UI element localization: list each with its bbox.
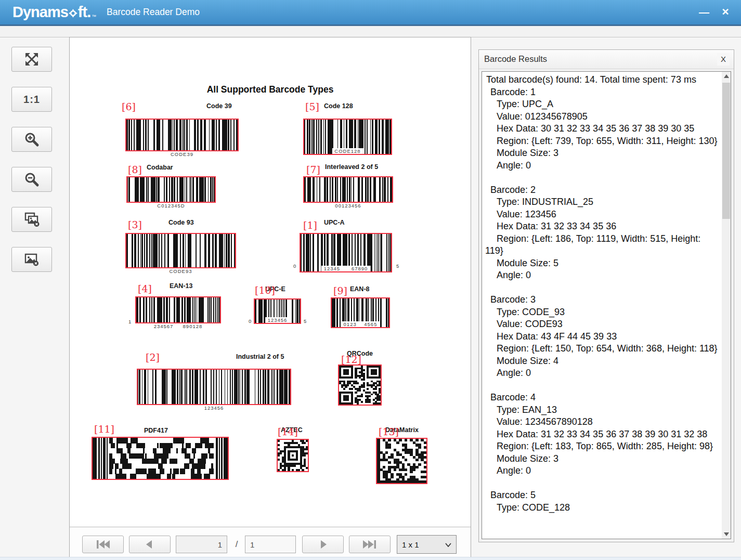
result-line: Type: EAN_13 (485, 404, 720, 416)
current-page-input[interactable] (176, 536, 227, 553)
pagination-bar: / 1 x 1 (70, 527, 471, 557)
result-line: Barcode: 1 (485, 86, 720, 99)
result-line (485, 380, 720, 392)
result-line: Value: CODE93 (485, 318, 720, 331)
logo-trademark: ™ (92, 14, 96, 19)
dynamsoft-logo: Dynams ft. ™ (12, 4, 96, 21)
page-layout-select[interactable]: 1 x 1 (397, 535, 457, 554)
barcode-side-digit: 0 (249, 318, 251, 324)
result-line: Hex Data: 43 4F 44 45 39 33 (485, 331, 720, 343)
scroll-down-button[interactable] (722, 530, 731, 539)
barcode-value-text: 123456 (137, 405, 291, 411)
barcode-value-text: CODE39 (125, 151, 239, 157)
document-canvas[interactable]: All Supported Barcode Types [6]Code 39CO… (70, 37, 471, 527)
barcode-number-label: [8] (128, 164, 142, 175)
barcode-type-title: EAN-8 (350, 285, 370, 293)
results-box: Total barcode(s) found: 14. Total time s… (482, 71, 731, 539)
barcode-region (338, 364, 382, 406)
window-bottom-edge (0, 557, 741, 560)
result-line: Type: CODE_128 (485, 502, 720, 514)
barcode-region (303, 176, 393, 203)
result-line: Value: 123456 (485, 209, 720, 221)
barcode-number-label: [7] (306, 164, 320, 175)
scroll-up-icon (723, 74, 730, 79)
barcode-type-title: Interleaved 2 of 5 (325, 163, 378, 171)
remove-all-images-button[interactable] (11, 207, 52, 232)
titlebar: Dynams ft. ™ Barcode Reader Demo — ✕ (0, 0, 741, 26)
barcode-number-label: [14] (278, 426, 298, 437)
minimize-button[interactable]: — (695, 4, 713, 20)
last-page-icon (362, 539, 378, 550)
remove-all-images-icon (23, 212, 40, 227)
logo-gear-o-icon (69, 9, 77, 18)
total-pages-input[interactable] (245, 536, 296, 553)
result-line: Barcode: 3 (485, 294, 720, 306)
barcode-number-label: [1] (303, 219, 317, 231)
barcode-side-digit: 5 (396, 263, 399, 269)
remove-image-button[interactable] (11, 247, 52, 272)
result-line: Total barcode(s) found: 14. Total time s… (485, 74, 720, 86)
previous-page-icon (144, 539, 155, 550)
expand-arrows-icon (24, 52, 39, 67)
logo-text-suffix: ft. (78, 4, 90, 21)
barcode-value-text: 0123 4565 (341, 321, 380, 327)
next-page-icon (317, 539, 329, 550)
barcode-value-text: C012345D (126, 203, 216, 209)
results-title: Barcode Results (484, 54, 547, 64)
zoom-in-button[interactable] (11, 127, 52, 152)
result-line: Region: {Left: 739, Top: 655, Width: 311… (485, 135, 720, 148)
app-title: Barcode Reader Demo (107, 7, 200, 18)
one-to-one-label: 1:1 (23, 94, 40, 106)
result-line: Barcode: 5 (485, 489, 720, 502)
barcode-region (135, 296, 221, 323)
barcode-side-digit: 5 (304, 318, 306, 324)
last-page-button[interactable] (349, 536, 391, 553)
barcode-number-label: [5] (305, 101, 319, 112)
result-line: Angle: 0 (485, 367, 720, 380)
toolbar-strip (0, 26, 741, 37)
results-close-button[interactable]: X (717, 53, 730, 66)
result-line (485, 172, 720, 184)
scroll-up-button[interactable] (722, 72, 731, 81)
result-line: Module Size: 3 (485, 147, 720, 160)
first-page-icon (95, 539, 111, 550)
results-header: Barcode Results X (479, 50, 734, 69)
actual-size-button[interactable]: 1:1 (11, 87, 52, 112)
zoom-out-button[interactable] (11, 167, 52, 192)
result-line: Angle: 0 (485, 269, 720, 282)
barcode-type-title: Codabar (147, 164, 173, 171)
page-separator: / (228, 536, 245, 553)
result-line: Module Size: 3 (485, 453, 720, 465)
first-page-button[interactable] (82, 536, 124, 553)
result-line: Type: UPC_A (485, 98, 720, 111)
barcode-side-digit: 0 (293, 263, 296, 269)
result-line: Hex Data: 31 32 33 34 35 36 37 38 39 30 … (485, 428, 720, 441)
barcode-region: 0123 4565 (331, 297, 390, 328)
close-button[interactable]: ✕ (717, 4, 734, 20)
result-line: Module Size: 4 (485, 355, 720, 368)
results-scrollbar[interactable] (722, 72, 731, 539)
zoom-in-icon (24, 132, 40, 147)
barcode-number-label: [2] (146, 351, 160, 363)
barcode-value-text: CODE128 (332, 148, 363, 154)
barcode-region: 123456 (254, 298, 301, 324)
barcode-region: 12345 67890 (300, 233, 392, 272)
result-line: Region: {Left: 183, Top: 865, Width: 285… (485, 440, 720, 453)
barcode-value-text: CODE93 (125, 268, 236, 274)
document-title: All Supported Barcode Types (70, 84, 471, 95)
barcode-type-title: Code 39 (206, 102, 232, 110)
result-line: Region: {Left: 186, Top: 1119, Width: 51… (485, 233, 720, 257)
barcode-number-label: [11] (94, 423, 114, 435)
barcode-region (126, 176, 216, 203)
barcode-value-text: 234567 890128 (135, 323, 221, 329)
scrollbar-thumb[interactable] (722, 83, 730, 219)
result-line: Region: {Left: 150, Top: 654, Width: 368… (485, 343, 720, 355)
barcode-region (125, 119, 239, 151)
fit-to-window-button[interactable] (11, 47, 52, 72)
next-page-button[interactable] (302, 536, 344, 553)
barcode-value-text: 123456 (265, 317, 290, 323)
result-line: Type: INDUSTRIAL_25 (485, 196, 720, 209)
previous-page-button[interactable] (129, 536, 171, 553)
result-line: Value: 012345678905 (485, 111, 720, 123)
result-line (485, 477, 720, 490)
